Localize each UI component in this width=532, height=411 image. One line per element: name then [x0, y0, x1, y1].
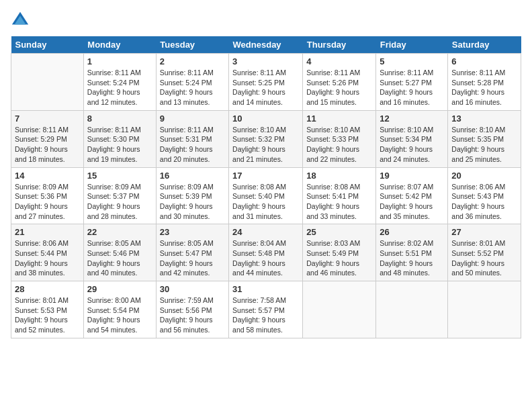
day-number: 10 [232, 113, 299, 124]
header-cell-monday: Monday [83, 36, 156, 54]
calendar-cell: 5Sunrise: 8:11 AM Sunset: 5:27 PM Daylig… [376, 54, 448, 111]
day-number: 19 [380, 171, 444, 181]
day-info: Sunrise: 7:59 AM Sunset: 5:56 PM Dayligh… [160, 295, 225, 335]
day-info: Sunrise: 7:58 AM Sunset: 5:57 PM Dayligh… [232, 295, 299, 335]
calendar-cell: 17Sunrise: 8:08 AM Sunset: 5:40 PM Dayli… [229, 167, 303, 224]
day-number: 15 [87, 171, 152, 181]
day-info: Sunrise: 8:05 AM Sunset: 5:47 PM Dayligh… [160, 238, 225, 278]
calendar-cell: 24Sunrise: 8:04 AM Sunset: 5:48 PM Dayli… [229, 224, 303, 281]
day-number: 5 [380, 56, 444, 66]
calendar-cell: 29Sunrise: 8:00 AM Sunset: 5:54 PM Dayli… [83, 281, 156, 338]
calendar-cell: 9Sunrise: 8:11 AM Sunset: 5:31 PM Daylig… [156, 110, 228, 167]
day-info: Sunrise: 8:11 AM Sunset: 5:28 PM Dayligh… [451, 68, 517, 107]
header [11, 11, 521, 30]
header-cell-sunday: Sunday [11, 36, 84, 54]
day-number: 2 [160, 56, 225, 66]
day-info: Sunrise: 8:00 AM Sunset: 5:54 PM Dayligh… [87, 295, 152, 335]
calendar-cell: 21Sunrise: 8:06 AM Sunset: 5:44 PM Dayli… [11, 224, 84, 281]
calendar-cell: 4Sunrise: 8:11 AM Sunset: 5:26 PM Daylig… [303, 54, 376, 111]
calendar-cell: 30Sunrise: 7:59 AM Sunset: 5:56 PM Dayli… [156, 281, 228, 338]
day-info: Sunrise: 8:11 AM Sunset: 5:25 PM Dayligh… [232, 68, 299, 107]
page-container: SundayMondayTuesdayWednesdayThursdayFrid… [0, 0, 532, 344]
week-row-3: 21Sunrise: 8:06 AM Sunset: 5:44 PM Dayli… [11, 224, 521, 281]
day-number: 20 [451, 171, 517, 181]
calendar-cell: 11Sunrise: 8:10 AM Sunset: 5:33 PM Dayli… [303, 110, 376, 167]
day-info: Sunrise: 8:06 AM Sunset: 5:44 PM Dayligh… [15, 238, 80, 278]
day-info: Sunrise: 8:11 AM Sunset: 5:24 PM Dayligh… [87, 68, 152, 107]
day-number: 7 [15, 113, 80, 124]
day-info: Sunrise: 8:10 AM Sunset: 5:35 PM Dayligh… [451, 125, 517, 165]
week-row-0: 1Sunrise: 8:11 AM Sunset: 5:24 PM Daylig… [11, 54, 521, 111]
calendar-cell [376, 281, 448, 338]
day-number: 26 [380, 227, 444, 237]
day-number: 24 [232, 227, 299, 237]
day-info: Sunrise: 8:04 AM Sunset: 5:48 PM Dayligh… [232, 238, 299, 278]
week-row-4: 28Sunrise: 8:01 AM Sunset: 5:53 PM Dayli… [11, 281, 521, 338]
day-number: 27 [451, 227, 517, 237]
day-info: Sunrise: 8:03 AM Sunset: 5:49 PM Dayligh… [306, 238, 372, 278]
calendar-cell: 8Sunrise: 8:11 AM Sunset: 5:30 PM Daylig… [83, 110, 156, 167]
day-info: Sunrise: 8:02 AM Sunset: 5:51 PM Dayligh… [380, 238, 444, 278]
day-info: Sunrise: 8:09 AM Sunset: 5:39 PM Dayligh… [160, 182, 225, 222]
day-info: Sunrise: 8:11 AM Sunset: 5:29 PM Dayligh… [15, 125, 80, 165]
day-info: Sunrise: 8:05 AM Sunset: 5:46 PM Dayligh… [87, 238, 152, 278]
calendar-cell: 23Sunrise: 8:05 AM Sunset: 5:47 PM Dayli… [156, 224, 228, 281]
day-number: 12 [380, 113, 444, 124]
day-number: 22 [87, 227, 152, 237]
day-number: 18 [306, 171, 372, 181]
day-info: Sunrise: 8:07 AM Sunset: 5:42 PM Dayligh… [380, 182, 444, 222]
calendar-cell: 16Sunrise: 8:09 AM Sunset: 5:39 PM Dayli… [156, 167, 228, 224]
day-info: Sunrise: 8:09 AM Sunset: 5:36 PM Dayligh… [15, 182, 80, 222]
calendar-cell: 7Sunrise: 8:11 AM Sunset: 5:29 PM Daylig… [11, 110, 84, 167]
day-number: 8 [87, 113, 152, 124]
day-number: 13 [451, 113, 517, 124]
day-info: Sunrise: 8:08 AM Sunset: 5:41 PM Dayligh… [306, 182, 372, 222]
logo [11, 11, 31, 30]
day-number: 1 [87, 56, 152, 66]
calendar-cell: 20Sunrise: 8:06 AM Sunset: 5:43 PM Dayli… [448, 167, 521, 224]
header-cell-tuesday: Tuesday [156, 36, 228, 54]
day-number: 3 [232, 56, 299, 66]
day-info: Sunrise: 8:01 AM Sunset: 5:53 PM Dayligh… [15, 295, 80, 335]
day-number: 28 [15, 284, 80, 294]
day-number: 29 [87, 284, 152, 294]
header-cell-wednesday: Wednesday [229, 36, 303, 54]
calendar-cell [11, 54, 84, 111]
calendar-cell [448, 281, 521, 338]
day-info: Sunrise: 8:08 AM Sunset: 5:40 PM Dayligh… [232, 182, 299, 222]
calendar-cell: 6Sunrise: 8:11 AM Sunset: 5:28 PM Daylig… [448, 54, 521, 111]
header-cell-friday: Friday [376, 36, 448, 54]
calendar-cell: 25Sunrise: 8:03 AM Sunset: 5:49 PM Dayli… [303, 224, 376, 281]
header-cell-thursday: Thursday [303, 36, 376, 54]
day-number: 31 [232, 284, 299, 294]
logo-icon [11, 11, 30, 30]
day-number: 21 [15, 227, 80, 237]
calendar-cell: 1Sunrise: 8:11 AM Sunset: 5:24 PM Daylig… [83, 54, 156, 111]
calendar-cell: 12Sunrise: 8:10 AM Sunset: 5:34 PM Dayli… [376, 110, 448, 167]
day-number: 25 [306, 227, 372, 237]
calendar-cell: 22Sunrise: 8:05 AM Sunset: 5:46 PM Dayli… [83, 224, 156, 281]
day-info: Sunrise: 8:10 AM Sunset: 5:33 PM Dayligh… [306, 125, 372, 165]
day-info: Sunrise: 8:06 AM Sunset: 5:43 PM Dayligh… [451, 182, 517, 222]
calendar-cell: 14Sunrise: 8:09 AM Sunset: 5:36 PM Dayli… [11, 167, 84, 224]
calendar-cell: 26Sunrise: 8:02 AM Sunset: 5:51 PM Dayli… [376, 224, 448, 281]
day-info: Sunrise: 8:11 AM Sunset: 5:26 PM Dayligh… [306, 68, 372, 107]
calendar-cell: 10Sunrise: 8:10 AM Sunset: 5:32 PM Dayli… [229, 110, 303, 167]
day-number: 11 [306, 113, 372, 124]
day-info: Sunrise: 8:10 AM Sunset: 5:32 PM Dayligh… [232, 125, 299, 165]
calendar-table: SundayMondayTuesdayWednesdayThursdayFrid… [11, 36, 521, 338]
calendar-cell: 27Sunrise: 8:01 AM Sunset: 5:52 PM Dayli… [448, 224, 521, 281]
day-number: 4 [306, 56, 372, 66]
calendar-cell: 2Sunrise: 8:11 AM Sunset: 5:24 PM Daylig… [156, 54, 228, 111]
day-number: 30 [160, 284, 225, 294]
day-info: Sunrise: 8:01 AM Sunset: 5:52 PM Dayligh… [451, 238, 517, 278]
day-number: 17 [232, 171, 299, 181]
day-number: 6 [451, 56, 517, 66]
calendar-cell: 13Sunrise: 8:10 AM Sunset: 5:35 PM Dayli… [448, 110, 521, 167]
header-row: SundayMondayTuesdayWednesdayThursdayFrid… [11, 36, 521, 54]
day-number: 9 [160, 113, 225, 124]
day-number: 23 [160, 227, 225, 237]
calendar-cell: 3Sunrise: 8:11 AM Sunset: 5:25 PM Daylig… [229, 54, 303, 111]
week-row-2: 14Sunrise: 8:09 AM Sunset: 5:36 PM Dayli… [11, 167, 521, 224]
day-info: Sunrise: 8:11 AM Sunset: 5:30 PM Dayligh… [87, 125, 152, 165]
